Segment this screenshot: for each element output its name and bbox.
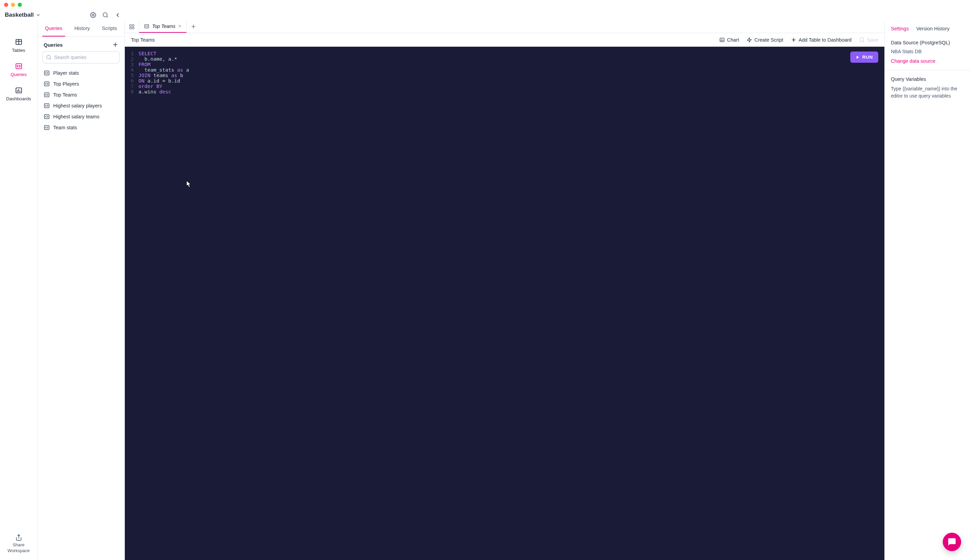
query-icon xyxy=(44,70,50,76)
query-item-label: Highest salary teams xyxy=(53,114,99,119)
run-button[interactable]: RUN xyxy=(850,52,878,63)
svg-rect-17 xyxy=(44,104,49,108)
rail-item-tables[interactable]: Tables xyxy=(0,33,37,58)
tab-home-button[interactable] xyxy=(125,20,139,33)
svg-rect-15 xyxy=(44,82,49,86)
chart-icon xyxy=(719,37,725,43)
add-query-button[interactable] xyxy=(112,42,118,48)
svg-line-2 xyxy=(107,16,107,17)
plus-icon xyxy=(112,42,118,48)
nav-rail: Tables Queries Dashboards Share Workspac… xyxy=(0,20,38,560)
queries-icon xyxy=(15,62,23,70)
query-item[interactable]: Highest salary teams xyxy=(40,111,122,122)
create-script-button[interactable]: Create Script xyxy=(747,37,783,43)
bolt-icon xyxy=(747,37,752,43)
svg-marker-31 xyxy=(747,38,752,42)
query-icon xyxy=(44,92,50,98)
tab-label: Top Teams xyxy=(152,23,175,29)
svg-rect-19 xyxy=(44,125,49,130)
grid-icon xyxy=(129,24,135,30)
dashboard-icon xyxy=(15,87,23,94)
bookmark-icon xyxy=(859,37,865,43)
search-queries-input[interactable] xyxy=(42,51,120,63)
query-icon xyxy=(44,81,50,87)
share-icon xyxy=(15,534,22,541)
query-item-label: Top Teams xyxy=(53,92,77,98)
rail-item-dashboards[interactable]: Dashboards xyxy=(0,82,37,106)
minimize-window-icon[interactable] xyxy=(11,3,15,7)
query-item-label: Highest salary players xyxy=(53,103,102,108)
svg-rect-21 xyxy=(132,25,134,26)
sidebar: Queries History Scripts Queries Player s… xyxy=(38,20,125,560)
query-item[interactable]: Highest salary players xyxy=(40,100,122,111)
query-variables-help: Type {{variable_name}} into the editor t… xyxy=(891,85,964,100)
plus-icon xyxy=(191,24,196,29)
query-item[interactable]: Team stats xyxy=(40,122,122,133)
svg-rect-24 xyxy=(145,25,149,28)
chevron-down-icon xyxy=(36,13,41,17)
sql-editor[interactable]: RUN 1SELECT2 b.name, a.*3FROM4 team_stat… xyxy=(125,47,884,560)
editor-tabbar: Top Teams × xyxy=(125,20,884,33)
tab-close-icon[interactable]: × xyxy=(178,23,181,29)
editor-toolbar: Top Teams Chart Create Script Add Table … xyxy=(125,33,884,47)
rail-label-dashboards: Dashboards xyxy=(6,96,31,101)
table-icon xyxy=(15,38,23,46)
share-workspace-button[interactable]: Share Workspace xyxy=(0,528,37,560)
svg-marker-34 xyxy=(857,56,859,59)
sidebar-section-title: Queries xyxy=(44,42,63,48)
sidebar-tab-history[interactable]: History xyxy=(72,20,92,37)
svg-rect-18 xyxy=(44,115,49,119)
rail-label-tables: Tables xyxy=(12,48,25,53)
query-item[interactable]: Top Players xyxy=(40,78,122,89)
data-source-value: NBA Stats DB xyxy=(891,49,964,54)
mouse-cursor-icon xyxy=(186,180,192,188)
save-button: Save xyxy=(859,37,878,43)
query-icon xyxy=(44,113,50,120)
change-data-source-link[interactable]: Change data source xyxy=(891,58,964,64)
query-item[interactable]: Top Teams xyxy=(40,89,122,100)
rp-tab-version-history[interactable]: Version History xyxy=(916,26,950,32)
sidebar-tab-scripts[interactable]: Scripts xyxy=(99,20,120,37)
maximize-window-icon[interactable] xyxy=(18,3,22,7)
settings-icon[interactable] xyxy=(90,12,96,18)
query-item[interactable]: Player stats xyxy=(40,68,122,78)
query-item-label: Top Players xyxy=(53,81,79,87)
workspace-switcher[interactable]: Basketball xyxy=(5,12,41,18)
svg-rect-16 xyxy=(44,93,49,97)
svg-rect-6 xyxy=(16,64,22,69)
svg-rect-23 xyxy=(132,27,134,28)
chat-icon xyxy=(947,537,957,547)
rail-label-queries: Queries xyxy=(10,72,27,77)
add-table-to-dashboard-button[interactable]: Add Table to Dashboard xyxy=(791,37,852,43)
breadcrumb: Top Teams xyxy=(131,37,155,43)
query-item-label: Team stats xyxy=(53,125,77,130)
window-titlebar xyxy=(0,0,970,10)
close-window-icon[interactable] xyxy=(4,3,8,7)
search-icon[interactable] xyxy=(102,12,108,18)
data-source-label: Data Source (PostgreSQL) xyxy=(891,40,964,45)
rp-tab-settings[interactable]: Settings xyxy=(891,26,908,32)
svg-rect-22 xyxy=(130,27,131,28)
right-panel: Settings Version History Data Source (Po… xyxy=(885,20,970,560)
rail-item-queries[interactable]: Queries xyxy=(0,58,37,82)
workspace-name: Basketball xyxy=(5,12,34,18)
query-variables-label: Query Variables xyxy=(891,77,964,82)
play-icon xyxy=(856,55,860,59)
sidebar-tab-queries[interactable]: Queries xyxy=(42,20,65,37)
query-item-label: Player stats xyxy=(53,70,79,76)
chart-button[interactable]: Chart xyxy=(719,37,739,43)
svg-rect-14 xyxy=(44,71,49,75)
query-icon xyxy=(144,23,149,29)
query-icon xyxy=(44,103,50,109)
query-icon xyxy=(44,125,50,131)
tab-top-teams[interactable]: Top Teams × xyxy=(139,20,187,33)
svg-rect-20 xyxy=(130,25,131,26)
help-chat-button[interactable] xyxy=(943,533,961,551)
tab-add-button[interactable] xyxy=(187,20,200,33)
svg-point-0 xyxy=(92,14,94,16)
share-label: Share Workspace xyxy=(3,542,35,554)
collapse-sidebar-icon[interactable] xyxy=(115,12,121,18)
plus-icon xyxy=(791,37,797,43)
